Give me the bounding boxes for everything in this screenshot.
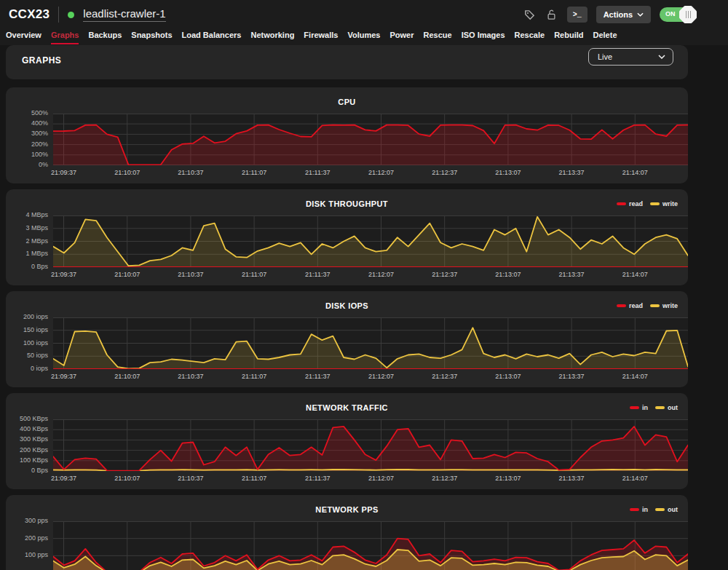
chart-legend: inout (630, 404, 678, 411)
tab-networking[interactable]: Networking (250, 29, 294, 43)
chart-list: CPU500%400%300%200%100%0%21:09:3721:10:0… (6, 87, 688, 570)
graphs-panel-title: GRAPHS (22, 55, 61, 66)
x-axis-tick-label: 21:12:07 (358, 169, 405, 176)
x-axis-tick-label: 21:13:07 (485, 373, 531, 380)
legend-label: write (662, 302, 678, 309)
toggle-knob[interactable] (679, 6, 697, 23)
y-axis-tick-label: 400% (6, 119, 48, 127)
x-axis-tick-label: 21:14:07 (612, 373, 658, 380)
chart-title: NETWORK PPS (6, 505, 688, 514)
time-range-value: Live (598, 52, 612, 61)
y-axis-tick-label: 0 Bps (6, 467, 48, 474)
y-axis-tick-label: 100% (6, 151, 48, 158)
tab-firewalls[interactable]: Firewalls (304, 29, 338, 43)
y-axis-tick-label: 50 iops (6, 352, 48, 359)
x-axis-tick-label: 21:14:07 (612, 169, 658, 176)
tab-backups[interactable]: Backups (88, 29, 122, 43)
tab-bar: OverviewGraphsBackupsSnapshotsLoad Balan… (0, 29, 728, 45)
x-axis-tick-label: 21:10:37 (167, 373, 214, 380)
legend-label: write (662, 200, 678, 207)
legend-swatch (630, 406, 639, 409)
tab-load-balancers[interactable]: Load Balancers (182, 29, 242, 43)
toggle-on-label: ON (665, 10, 676, 17)
legend-swatch (617, 202, 626, 205)
legend-swatch (617, 304, 626, 307)
y-axis-tick-label: 200% (6, 140, 48, 148)
tab-volumes[interactable]: Volumes (347, 29, 380, 43)
tab-rebuild[interactable]: Rebuild (554, 29, 583, 43)
server-type-label: CCX23 (9, 7, 50, 22)
graphs-content: GRAPHS Live CPU500%400%300%200%100%0%21:… (0, 45, 728, 570)
x-axis-tick-label: 21:13:07 (485, 271, 531, 278)
tab-delete[interactable]: Delete (593, 29, 617, 43)
chart-legend: inout (630, 506, 678, 513)
x-axis-tick-label: 21:12:07 (358, 373, 405, 380)
legend-label: read (629, 302, 643, 309)
x-axis-tick-label: 21:10:07 (104, 475, 151, 482)
actions-button[interactable]: Actions (596, 6, 651, 23)
chart-card-disk-iops: DISK IOPSreadwrite200 iops150 iops100 io… (6, 291, 688, 387)
status-dot (68, 12, 74, 18)
x-axis-tick-label: 21:12:37 (422, 271, 468, 278)
x-axis-tick-label: 21:10:37 (167, 169, 214, 176)
y-axis-tick-label: 150 iops (6, 326, 48, 333)
y-axis-tick-label: 1 MBps (6, 250, 48, 257)
x-axis-tick-label: 21:13:37 (548, 169, 595, 176)
legend-label: read (629, 200, 643, 207)
server-name-field[interactable]: leadlist-crawler-1 (83, 7, 165, 22)
legend-item-out: out (655, 404, 678, 411)
x-axis-tick-label: 21:11:37 (294, 271, 341, 278)
y-axis-tick-label: 300 pps (6, 517, 48, 524)
x-axis-tick-label: 21:09:37 (41, 271, 87, 278)
x-axis-tick-label: 21:10:37 (167, 475, 214, 482)
tab-overview[interactable]: Overview (6, 29, 41, 43)
legend-swatch (630, 508, 639, 511)
chevron-down-icon (658, 55, 665, 59)
legend-item-read: read (617, 302, 643, 309)
legend-swatch (655, 406, 665, 409)
x-axis-tick-label: 21:12:07 (358, 271, 405, 278)
tab-rescue[interactable]: Rescue (423, 29, 451, 43)
chart-title: NETWORK TRAFFIC (6, 403, 688, 412)
x-axis-tick-label: 21:11:37 (294, 169, 341, 176)
tag-icon[interactable] (523, 8, 537, 21)
x-axis-tick-label: 21:12:37 (422, 373, 468, 380)
x-axis-tick-label: 21:10:07 (104, 373, 151, 380)
y-axis-tick-label: 500 KBps (6, 415, 48, 422)
chart-legend: readwrite (617, 200, 678, 207)
x-axis-tick-label: 21:13:37 (548, 475, 595, 482)
header-controls: >_ Actions ON (523, 6, 695, 23)
x-axis-tick-label: 21:11:07 (231, 373, 277, 380)
y-axis-tick-label: 100 iops (6, 339, 48, 347)
legend-item-in: in (630, 404, 648, 411)
tab-snapshots[interactable]: Snapshots (131, 29, 172, 43)
y-axis-tick-label: 4 MBps (6, 211, 48, 218)
chart-plot-network-traffic (53, 419, 688, 471)
legend-item-in: in (630, 506, 648, 513)
console-button[interactable]: >_ (567, 7, 587, 23)
y-axis-tick-label: 0 Bps (6, 263, 48, 270)
tab-rescale[interactable]: Rescale (515, 29, 545, 43)
x-axis-tick-label: 21:09:37 (41, 373, 87, 380)
y-axis-tick-label: 200 pps (6, 534, 48, 542)
chart-legend: readwrite (617, 302, 678, 309)
actions-label: Actions (604, 10, 633, 19)
power-toggle[interactable]: ON (660, 7, 695, 22)
lock-open-icon[interactable] (545, 8, 558, 21)
tab-iso-images[interactable]: ISO Images (462, 29, 505, 43)
y-axis-tick-label: 300% (6, 130, 48, 137)
chart-card-cpu: CPU500%400%300%200%100%0%21:09:3721:10:0… (6, 87, 688, 183)
tab-graphs[interactable]: Graphs (51, 29, 79, 44)
chart-plot-disk-throughput (53, 215, 688, 267)
chart-card-network-traffic: NETWORK TRAFFICinout500 KBps400 KBps300 … (6, 393, 688, 489)
x-axis-tick-label: 21:10:37 (167, 271, 214, 278)
y-axis-tick-label: 500% (6, 109, 48, 116)
y-axis-tick-label: 400 KBps (6, 425, 48, 432)
server-identity: CCX23 leadlist-crawler-1 (9, 7, 166, 23)
tab-power[interactable]: Power (389, 29, 414, 43)
x-axis-tick-label: 21:11:37 (294, 373, 341, 380)
time-range-select[interactable]: Live (588, 48, 673, 66)
x-axis-tick-label: 21:10:07 (104, 271, 151, 278)
legend-swatch (650, 202, 660, 205)
x-axis-tick-label: 21:14:07 (612, 475, 658, 482)
